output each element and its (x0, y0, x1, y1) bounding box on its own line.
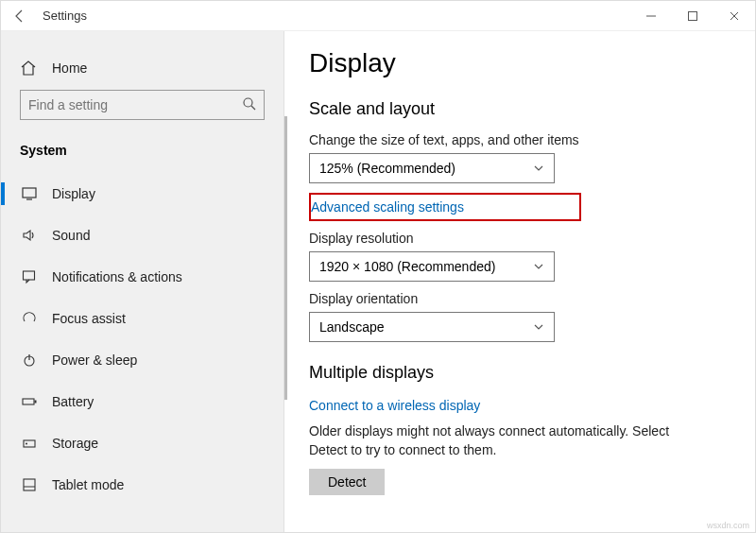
advanced-scaling-highlight: Advanced scaling settings (309, 193, 581, 221)
advanced-scaling-link[interactable]: Advanced scaling settings (311, 198, 464, 216)
sidebar-item-label: Battery (52, 394, 94, 409)
page-title: Display (309, 48, 730, 78)
power-icon (20, 352, 39, 369)
minimize-button[interactable] (630, 1, 672, 31)
svg-point-2 (244, 98, 252, 107)
sidebar-item-label: Storage (52, 436, 98, 451)
category-heading: System (1, 137, 284, 173)
sidebar-item-label: Display (52, 186, 95, 201)
detect-button[interactable]: Detect (309, 469, 385, 495)
sidebar-item-battery[interactable]: Battery (1, 381, 284, 422)
svg-rect-10 (35, 401, 37, 404)
storage-icon (20, 435, 39, 452)
chevron-down-icon (533, 163, 544, 174)
svg-rect-9 (23, 399, 34, 404)
battery-icon (20, 393, 39, 410)
sidebar-item-label: Tablet mode (52, 477, 124, 492)
close-button[interactable] (713, 1, 755, 31)
orientation-dropdown[interactable]: Landscape (309, 312, 555, 342)
focus-assist-icon (20, 310, 39, 327)
wireless-display-link[interactable]: Connect to a wireless display (309, 396, 480, 415)
section-scale-layout: Scale and layout (309, 99, 730, 119)
tablet-icon (20, 476, 39, 493)
scale-label: Change the size of text, apps, and other… (309, 132, 730, 147)
sidebar-item-power-sleep[interactable]: Power & sleep (1, 339, 284, 381)
sidebar-item-label: Sound (52, 228, 90, 243)
resolution-label: Display resolution (309, 231, 730, 246)
display-icon (20, 185, 39, 202)
search-input[interactable] (20, 90, 265, 120)
window-title: Settings (43, 9, 87, 23)
sidebar-item-sound[interactable]: Sound (1, 215, 284, 256)
sidebar: Home System Display Sound Notification (1, 31, 284, 532)
sidebar-item-notifications[interactable]: Notifications & actions (1, 256, 284, 298)
chevron-down-icon (533, 261, 544, 272)
svg-rect-6 (24, 271, 35, 280)
svg-rect-11 (24, 440, 35, 447)
older-displays-text: Older displays might not always connect … (309, 422, 706, 459)
scale-dropdown[interactable]: 125% (Recommended) (309, 153, 555, 183)
svg-rect-4 (23, 188, 36, 198)
sidebar-item-tablet-mode[interactable]: Tablet mode (1, 464, 284, 506)
sidebar-item-focus-assist[interactable]: Focus assist (1, 298, 284, 339)
section-multiple-displays: Multiple displays (309, 363, 730, 383)
svg-rect-1 (689, 11, 697, 20)
sidebar-item-label: Focus assist (52, 311, 126, 326)
home-icon (20, 60, 39, 77)
sidebar-item-label: Power & sleep (52, 352, 137, 368)
maximize-button[interactable] (672, 1, 713, 31)
scrollbar[interactable] (284, 116, 287, 400)
resolution-value: 1920 × 1080 (Recommended) (319, 259, 495, 274)
svg-rect-13 (24, 479, 35, 490)
home-link[interactable]: Home (1, 54, 284, 90)
back-button[interactable] (1, 1, 39, 31)
sidebar-item-storage[interactable]: Storage (1, 422, 284, 464)
search-container (20, 90, 265, 120)
orientation-value: Landscape (319, 319, 385, 335)
svg-line-3 (251, 106, 255, 110)
sidebar-item-display[interactable]: Display (1, 173, 284, 215)
home-label: Home (52, 60, 87, 76)
main-panel: Display Scale and layout Change the size… (284, 31, 755, 532)
scale-value: 125% (Recommended) (319, 161, 455, 176)
chevron-down-icon (533, 321, 544, 333)
svg-point-12 (26, 443, 27, 445)
titlebar: Settings (1, 1, 755, 31)
watermark: wsxdn.com (707, 521, 749, 530)
orientation-label: Display orientation (309, 291, 730, 306)
search-icon (242, 96, 257, 112)
sound-icon (20, 227, 39, 244)
resolution-dropdown[interactable]: 1920 × 1080 (Recommended) (309, 251, 555, 282)
notifications-icon (20, 268, 39, 285)
sidebar-item-label: Notifications & actions (52, 269, 182, 284)
